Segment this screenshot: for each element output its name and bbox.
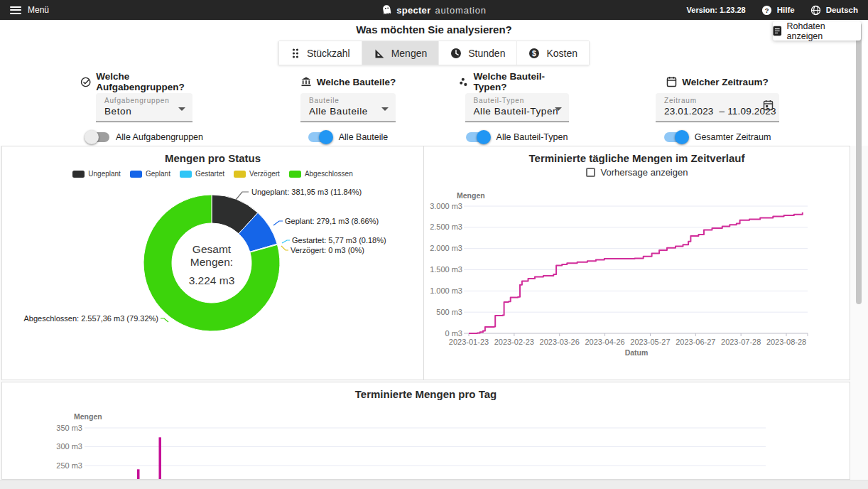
y-tick-label: 300 m3: [56, 442, 82, 451]
horizontal-scrollbar[interactable]: [0, 480, 868, 489]
aufgabengruppen-select[interactable]: Aufgabengruppen Beton: [96, 93, 192, 122]
building-icon: [300, 76, 312, 87]
x-tick-label: 2023-03-26: [540, 338, 580, 346]
line-chart-panel: Terminierte tägliche Mengen im Zeitverla…: [423, 146, 850, 380]
analysis-tabs: Stückzahl Mengen Stunden $ Kosten: [278, 41, 590, 65]
line-chart: Mengen3.000 m32.500 m32.000 m31.500 m31.…: [424, 146, 850, 380]
document-icon: [773, 26, 782, 36]
bar: [159, 437, 162, 480]
ruler-triangle-icon: [374, 48, 385, 59]
help-button[interactable]: ? Hilfe: [761, 5, 795, 16]
globe-icon: [810, 5, 821, 16]
y-axis-label: Mengen: [457, 191, 485, 200]
check-circle-icon: [80, 76, 91, 88]
annotation-leader: [281, 246, 288, 250]
donut-center-value: 3.224 m3: [189, 274, 235, 286]
filter-question: Welcher Zeitraum?: [666, 75, 768, 88]
menu-label: Menü: [28, 5, 49, 15]
bauteil-typen-select[interactable]: Bauteil-Typen Alle Bauteil-Typen: [465, 93, 569, 122]
help-icon: ?: [761, 5, 772, 16]
zeitraum-field[interactable]: Zeitraum 23.01.2023 – 11.09.2023: [656, 93, 779, 122]
calendar-icon: [666, 76, 677, 87]
line-series: [469, 213, 803, 333]
donut-annotation: Geplant: 279,1 m3 (8.66%): [285, 217, 379, 225]
filter-bauteil-typen: Welche Bauteil-Typen? Bauteil-Typen Alle…: [458, 75, 575, 142]
x-tick-label: 2023-04-26: [585, 338, 624, 346]
scatter-dots-icon: [458, 77, 469, 87]
tab-stueckzahl[interactable]: Stückzahl: [279, 41, 362, 65]
bar: [137, 469, 140, 480]
filter-question: Welche Aufgabengruppen?: [80, 75, 208, 88]
tab-mengen[interactable]: Mengen: [362, 41, 439, 65]
alle-bauteil-typen-toggle[interactable]: [466, 132, 490, 142]
x-tick-label: 2023-07-28: [721, 338, 761, 346]
gesamter-zeitraum-toggle[interactable]: [664, 132, 688, 142]
grid-dots-icon: [291, 48, 300, 59]
x-tick-label: 2023-02-23: [494, 338, 534, 346]
version-label: Version: 1.23.28: [687, 6, 746, 14]
page-title: Was möchten Sie analysieren?: [0, 23, 868, 36]
brand-logo: specter automation: [381, 4, 487, 16]
vertical-scrollbar[interactable]: [856, 23, 862, 304]
y-tick-label: 2.000 m3: [430, 244, 462, 252]
filter-zeitraum: Welcher Zeitraum? Zeitraum 23.01.2023 – …: [653, 75, 781, 142]
bar-chart: Mengen350 m3300 m3250 m3200 m3: [2, 382, 850, 480]
x-axis-label: Datum: [625, 348, 649, 357]
tab-stunden[interactable]: Stunden: [438, 41, 516, 65]
alle-bauteile-toggle[interactable]: [308, 132, 332, 142]
brand-name: specter: [396, 5, 430, 16]
hamburger-icon: [10, 6, 21, 14]
raw-data-button[interactable]: Rohdaten anzeigen: [773, 21, 861, 41]
annotation-leader: [236, 192, 249, 200]
chevron-down-icon: [178, 107, 185, 111]
clock-icon: [450, 48, 462, 59]
chevron-down-icon: [555, 107, 562, 111]
brand-suffix: automation: [435, 5, 487, 16]
donut-annotation: Verzögert: 0 m3 (0%): [291, 246, 364, 254]
svg-text:$: $: [533, 48, 537, 57]
dollar-circle-icon: $: [528, 48, 540, 59]
x-tick-label: 2023-05-27: [630, 338, 670, 346]
date-picker-button[interactable]: [763, 100, 774, 114]
y-tick-label: 3.000 m3: [430, 202, 462, 210]
filter-question: Welche Bauteile?: [300, 75, 396, 88]
y-tick-label: 350 m3: [56, 424, 82, 432]
donut-center-label: Gesamt: [192, 243, 232, 255]
y-tick-label: 0 m3: [445, 329, 462, 338]
calendar-icon: [763, 100, 774, 111]
y-tick-label: 1.500 m3: [430, 265, 462, 274]
annotation-leader: [273, 221, 283, 225]
donut-center-label: Mengen:: [190, 256, 233, 268]
filter-bauteile: Welche Bauteile? Bauteile Alle Bauteile …: [288, 75, 408, 142]
annotation-leader: [161, 318, 168, 322]
alle-aufgabengruppen-toggle[interactable]: [85, 132, 109, 142]
y-tick-label: 2.500 m3: [430, 222, 462, 231]
language-button[interactable]: Deutsch: [810, 5, 858, 16]
annotation-leader: [282, 240, 290, 243]
y-tick-label: 250 m3: [56, 461, 82, 470]
donut-annotation: Abgeschlossen: 2.557,36 m3 (79.32%): [23, 314, 158, 323]
x-tick-label: 2023-01-23: [449, 338, 489, 346]
ghost-logo-icon: [381, 3, 394, 16]
donut-annotation: Ungeplant: 381,95 m3 (11.84%): [251, 188, 362, 196]
y-tick-label: 1.000 m3: [430, 286, 462, 295]
filter-question: Welche Bauteil-Typen?: [458, 75, 575, 88]
svg-text:?: ?: [764, 6, 769, 14]
donut-panel: Mengen pro Status UngeplantGeplantGestar…: [1, 146, 424, 380]
topbar: Menü specter automation Version: 1.23.28…: [0, 0, 868, 20]
bar-chart-panel: Terminierte Mengen pro Tag Mengen350 m33…: [1, 382, 850, 480]
tab-kosten[interactable]: $ Kosten: [516, 41, 589, 65]
bauteile-select[interactable]: Bauteile Alle Bauteile: [300, 93, 396, 122]
y-axis-label: Mengen: [74, 412, 102, 421]
chevron-down-icon: [381, 107, 389, 111]
x-tick-label: 2023-06-27: [676, 338, 715, 346]
x-tick-label: 2023-08-28: [766, 338, 806, 346]
donut-chart: GesamtMengen:3.224 m3Ungeplant: 381,95 m…: [2, 146, 423, 380]
menu-button[interactable]: Menü: [0, 0, 59, 20]
filter-aufgabengruppen: Welche Aufgabengruppen? Aufgabengruppen …: [80, 75, 208, 142]
y-tick-label: 500 m3: [436, 308, 462, 316]
donut-annotation: Gestartet: 5,77 m3 (0.18%): [292, 236, 386, 244]
